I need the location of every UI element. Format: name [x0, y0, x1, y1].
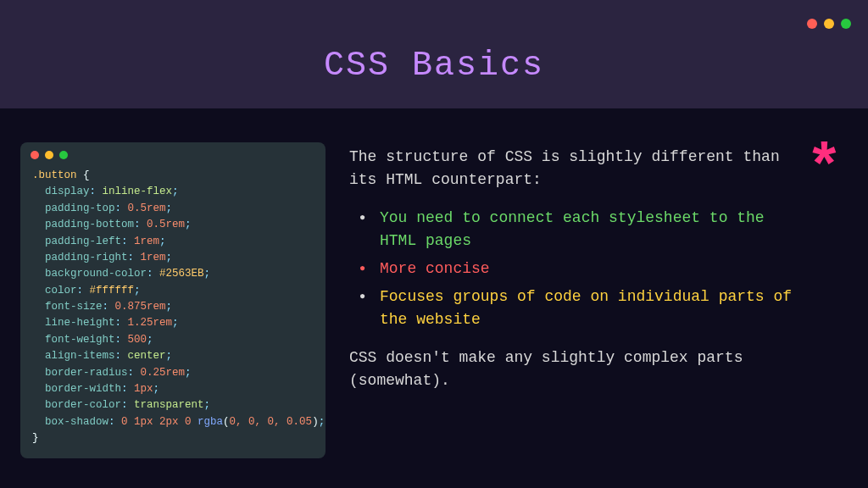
asterisk-icon: *: [806, 139, 843, 200]
footnote-paragraph: CSS doesn't make any slightly complex pa…: [349, 347, 800, 392]
close-icon: [31, 151, 39, 159]
window-controls: [807, 19, 851, 29]
text-panel: The structure of CSS is slightly differe…: [349, 142, 848, 458]
maximize-icon: [841, 19, 851, 29]
maximize-icon: [59, 151, 68, 159]
code-window-controls: [31, 151, 314, 159]
minimize-icon: [824, 19, 834, 29]
slide-content: .button { display: inline-flex; padding-…: [0, 108, 868, 458]
bullet-item: Focuses groups of code on individual par…: [358, 286, 800, 331]
close-icon: [807, 19, 817, 29]
slide-header: CSS Basics: [0, 0, 868, 108]
bullet-item: More concise: [358, 258, 800, 280]
code-block: .button { display: inline-flex; padding-…: [32, 168, 314, 446]
bullet-list: You need to connect each stylesheet to t…: [358, 207, 800, 331]
intro-paragraph: The structure of CSS is slightly differe…: [349, 146, 800, 191]
bullet-item: You need to connect each stylesheet to t…: [358, 207, 800, 252]
code-panel: .button { display: inline-flex; padding-…: [20, 142, 326, 458]
slide-title: CSS Basics: [324, 47, 544, 85]
minimize-icon: [45, 151, 53, 159]
